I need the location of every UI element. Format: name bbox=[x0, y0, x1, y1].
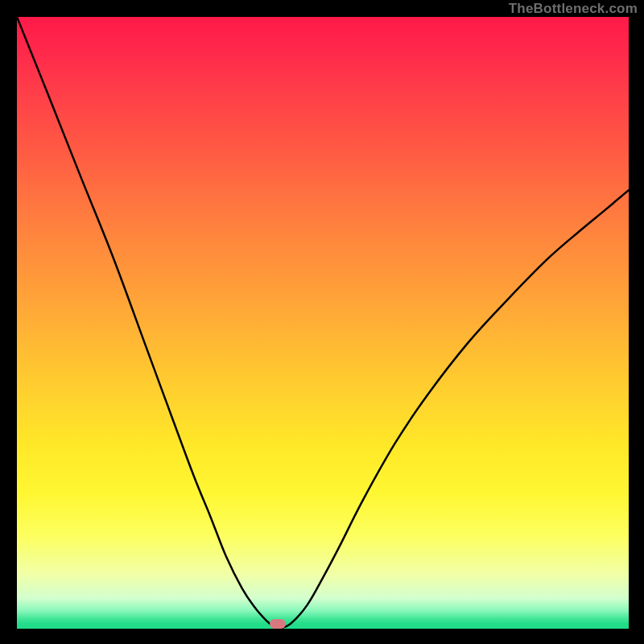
bottleneck-curve bbox=[17, 17, 629, 629]
plot-area bbox=[17, 17, 629, 629]
optimal-point-marker bbox=[270, 619, 286, 629]
curve-path bbox=[17, 17, 629, 629]
chart-frame: TheBottleneck.com bbox=[0, 0, 644, 644]
watermark-text: TheBottleneck.com bbox=[509, 1, 638, 17]
